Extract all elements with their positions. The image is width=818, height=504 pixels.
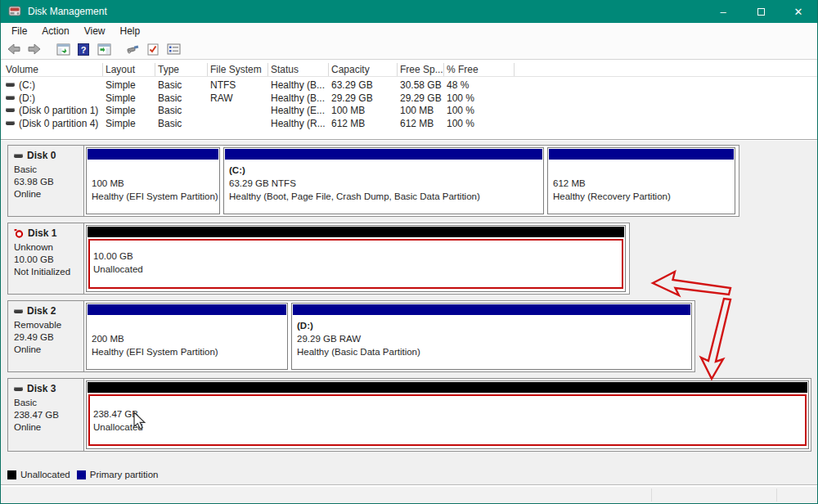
disk-name: Disk 3 <box>27 383 56 395</box>
partition-d[interactable]: (D:) 29.29 GB RAW Healthy (Basic Data Pa… <box>291 303 692 370</box>
highlight-annotation: 238.47 GB Unallocated <box>88 394 807 446</box>
cell-layout: Simple <box>106 105 136 116</box>
cell-pct-free: 100 % <box>447 105 474 116</box>
menu-view[interactable]: View <box>77 24 113 38</box>
col-status[interactable]: Status <box>271 64 299 75</box>
partition-efi[interactable]: 200 MB Healthy (EFI System Partition) <box>86 303 288 370</box>
volume-list: Volume Layout Type File System Status Ca… <box>1 61 817 139</box>
minimize-button[interactable]: – <box>704 0 742 23</box>
maximize-button[interactable] <box>742 0 780 23</box>
primary-partition-band <box>88 304 286 315</box>
unallocated-swatch <box>7 470 16 479</box>
cell-type: Basic <box>158 79 182 91</box>
cell-pct-free: 48 % <box>447 79 469 91</box>
properties-icon[interactable] <box>165 42 182 56</box>
console-tree-icon[interactable] <box>55 42 71 56</box>
cell-fs: NTFS <box>210 79 236 91</box>
partition-recovery[interactable]: 612 MB Healthy (Recovery Partition) <box>547 147 735 214</box>
cell-volume: (C:) <box>19 79 35 91</box>
cell-capacity: 100 MB <box>331 105 365 116</box>
highlight-annotation: 10.00 GB Unallocated <box>88 239 623 289</box>
disk-state: Online <box>14 344 79 356</box>
col-volume[interactable]: Volume <box>6 64 38 75</box>
cell-type: Basic <box>158 92 182 104</box>
svg-text:?: ? <box>81 44 87 54</box>
back-icon[interactable] <box>6 42 22 56</box>
unallocated-region[interactable]: 10.00 GB Unallocated <box>86 225 626 292</box>
disk-0-header[interactable]: Disk 0 Basic 63.98 GB Online <box>8 146 84 216</box>
action-pane-icon[interactable] <box>96 42 112 56</box>
disk-0-row: Disk 0 Basic 63.98 GB Online 100 MB Heal… <box>7 145 739 217</box>
cell-layout: Simple <box>106 79 136 91</box>
col-free-space[interactable]: Free Sp... <box>400 64 443 75</box>
window-title: Disk Management <box>28 6 107 17</box>
volume-icon <box>6 96 15 100</box>
partition-c[interactable]: (C:) 63.29 GB NTFS Healthy (Boot, Page F… <box>223 147 544 214</box>
disk-icon <box>14 309 23 313</box>
primary-partition-band <box>88 149 218 160</box>
cell-pct-free: 100 % <box>447 92 474 104</box>
cell-capacity: 612 MB <box>331 118 365 129</box>
table-row[interactable]: (C:) Simple Basic NTFS Healthy (B... 63.… <box>1 79 817 92</box>
disk-size: 63.98 GB <box>14 176 79 188</box>
cell-layout: Simple <box>106 118 136 129</box>
menu-action[interactable]: Action <box>34 24 76 38</box>
disk-name: Disk 2 <box>27 305 56 317</box>
col-type[interactable]: Type <box>158 64 179 75</box>
disk-icon <box>14 154 23 158</box>
menu-file[interactable]: File <box>4 24 34 38</box>
unallocated-band <box>88 382 807 393</box>
unallocated-band <box>88 227 624 237</box>
cell-status: Healthy (E... <box>271 105 325 116</box>
legend-label: Primary partition <box>90 470 159 479</box>
check-status-icon[interactable] <box>145 42 161 56</box>
title-bar: Disk Management – ✕ <box>1 0 817 23</box>
cell-capacity: 63.29 GB <box>331 79 373 91</box>
cell-layout: Simple <box>106 92 136 104</box>
unallocated-region[interactable]: 238.47 GB Unallocated <box>86 380 809 449</box>
disk-3-row: Disk 3 Basic 238.47 GB Online 238.47 GB … <box>7 378 811 452</box>
col-capacity[interactable]: Capacity <box>331 64 370 75</box>
disk-size: 238.47 GB <box>14 409 79 421</box>
disk-3-header[interactable]: Disk 3 Basic 238.47 GB Online <box>8 379 84 451</box>
col-file-system[interactable]: File System <box>210 64 262 75</box>
cell-type: Basic <box>158 118 182 129</box>
menu-help[interactable]: Help <box>113 24 148 38</box>
disk-kind: Basic <box>14 397 79 409</box>
disk-2-header[interactable]: Disk 2 Removable 29.49 GB Online <box>8 301 84 371</box>
status-groove <box>1 484 817 486</box>
col-pct-free[interactable]: % Free <box>447 64 479 75</box>
status-bar <box>1 487 817 503</box>
help-icon[interactable]: ? <box>75 42 92 56</box>
close-button[interactable]: ✕ <box>780 0 817 23</box>
graphical-view: Disk 0 Basic 63.98 GB Online 100 MB Heal… <box>1 141 817 484</box>
disk-size: 29.49 GB <box>14 331 79 344</box>
toolbar: ? <box>1 39 817 60</box>
cell-volume: (Disk 0 partition 1) <box>19 105 98 116</box>
col-layout[interactable]: Layout <box>106 64 135 75</box>
forward-icon[interactable] <box>26 42 43 56</box>
rescan-disks-icon[interactable] <box>124 42 141 56</box>
cell-fs: RAW <box>210 92 233 104</box>
table-row[interactable]: (D:) Simple Basic RAW Healthy (B... 29.2… <box>1 92 817 105</box>
table-row[interactable]: (Disk 0 partition 1) Simple Basic Health… <box>1 105 817 117</box>
disk-1-header[interactable]: Disk 1 Unknown 10.00 GB Not Initialized <box>8 223 84 294</box>
disk-state: Online <box>14 188 79 200</box>
disk-management-app-icon <box>8 6 21 17</box>
cell-free: 29.29 GB <box>400 92 442 104</box>
disk-kind: Unknown <box>14 241 79 254</box>
volume-list-header: Volume Layout Type File System Status Ca… <box>1 62 817 77</box>
cell-capacity: 29.29 GB <box>331 92 373 104</box>
legend: Unallocated Primary partition <box>7 470 158 479</box>
disk-name: Disk 0 <box>27 150 56 162</box>
cell-status: Healthy (R... <box>271 118 326 129</box>
primary-partition-band <box>549 149 734 160</box>
cell-free: 612 MB <box>400 118 434 129</box>
cell-volume: (Disk 0 partition 4) <box>19 118 98 129</box>
partition-efi[interactable]: 100 MB Healthy (EFI System Partition) <box>86 147 220 214</box>
cell-type: Basic <box>158 105 182 116</box>
table-row[interactable]: (Disk 0 partition 4) Simple Basic Health… <box>1 118 817 130</box>
disk-name: Disk 1 <box>28 227 56 240</box>
menu-bar: File Action View Help <box>1 23 817 39</box>
disk-icon <box>14 387 23 391</box>
